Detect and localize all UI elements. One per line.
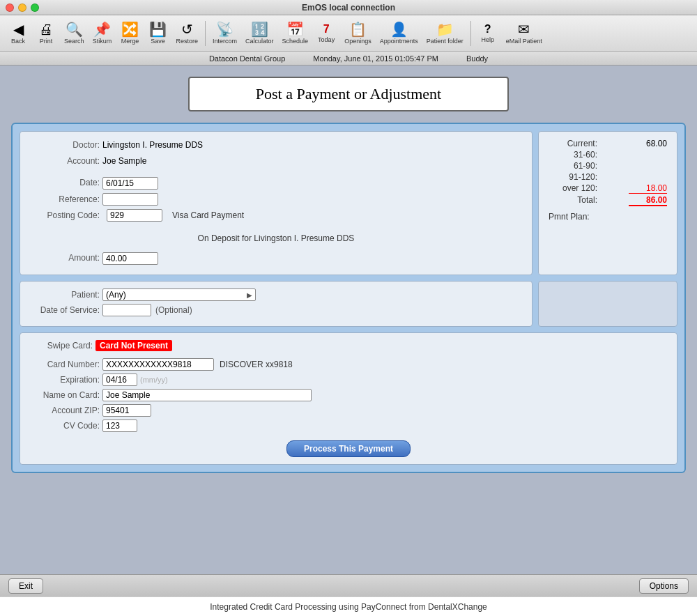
range2-label: 61-90: <box>549 161 597 171</box>
appointments-label: Appointments <box>380 38 418 45</box>
toolbar-restore[interactable]: ↺ Restore <box>174 21 201 46</box>
reference-row: Reference: <box>30 193 522 206</box>
empty-panel <box>538 281 677 327</box>
posting-code-desc: Visa Card Payment <box>172 209 244 222</box>
minimize-button[interactable] <box>18 3 26 12</box>
total-label: Total: <box>549 195 597 206</box>
bottom-bar: Exit Options <box>0 574 697 596</box>
amount-label: Amount: <box>30 252 100 265</box>
merge-label: Merge <box>121 38 139 45</box>
search-icon: 🔍 <box>66 22 83 36</box>
toolbar-patient-folder[interactable]: 📁 Patient folder <box>424 21 466 46</box>
exit-button[interactable]: Exit <box>8 578 43 594</box>
print-label: Print <box>40 38 53 45</box>
over120-label: over 120: <box>549 183 597 194</box>
cv-label: CV Code: <box>30 421 100 431</box>
toolbar-separator <box>205 21 206 46</box>
toolbar-openings[interactable]: 📋 Openings <box>342 21 374 46</box>
toolbar-stikum[interactable]: 📌 Stikum <box>90 21 115 46</box>
maximize-button[interactable] <box>31 3 39 12</box>
account-label: Account: <box>30 155 100 168</box>
name-row: Name on Card: <box>30 389 667 401</box>
datetime: Monday, June 01, 2015 01:05:47 PM <box>313 54 438 63</box>
process-payment-button[interactable]: Process This Payment <box>286 440 411 457</box>
zip-input[interactable] <box>102 404 151 417</box>
total-value: 86.00 <box>629 195 667 206</box>
options-button[interactable]: Options <box>639 578 689 594</box>
toolbar-back[interactable]: ◀ Back <box>6 21 31 46</box>
today-icon: 7 <box>323 24 330 35</box>
range2-row: 61-90: <box>549 161 667 171</box>
toolbar-calculator[interactable]: 🔢 Calculator <box>243 21 277 46</box>
toolbar: ◀ Back 🖨 Print 🔍 Search 📌 Stikum 🔀 Merge… <box>0 15 697 52</box>
schedule-icon: 📅 <box>286 22 304 36</box>
name-input[interactable] <box>102 389 312 401</box>
cv-input[interactable] <box>102 419 137 432</box>
amount-input[interactable] <box>102 252 158 265</box>
print-icon: 🖨 <box>39 22 53 36</box>
blue-container: Doctor: Livingston I. Presume DDS Accoun… <box>11 123 686 473</box>
close-button[interactable] <box>6 3 14 12</box>
doctor-label: Doctor: <box>30 139 100 152</box>
posting-code-row: Posting Code: Visa Card Payment <box>30 209 522 222</box>
save-icon: 💾 <box>149 22 167 36</box>
date-input[interactable] <box>102 177 158 190</box>
swipe-row: Swipe Card: Card Not Present <box>30 340 667 351</box>
calculator-label: Calculator <box>245 38 274 45</box>
dos-optional: (Optional) <box>155 305 192 315</box>
practice-name: Datacon Dental Group <box>209 54 285 63</box>
range1-row: 31-60: <box>549 150 667 160</box>
range3-row: 91-120: <box>549 172 667 182</box>
current-label: Current: <box>549 139 597 148</box>
doctor-row: Doctor: Livingston I. Presume DDS <box>30 139 522 152</box>
appointments-icon: 👤 <box>390 22 408 36</box>
toolbar-merge[interactable]: 🔀 Merge <box>118 21 143 46</box>
posting-code-input[interactable] <box>107 209 162 222</box>
patient-label: Patient: <box>30 290 100 300</box>
range2-value <box>629 161 667 171</box>
toolbar-separator-2 <box>470 21 471 46</box>
balance-panel: Current: 68.00 31-60: 61-90: 91-120: ove… <box>538 131 677 275</box>
back-label: Back <box>11 38 25 45</box>
range1-value <box>629 150 667 160</box>
footer-text: Integrated Credit Card Processing using … <box>210 602 487 612</box>
toolbar-today[interactable]: 7 Today <box>314 22 339 45</box>
toolbar-intercom[interactable]: 📡 Intercom <box>210 21 240 46</box>
zip-label: Account ZIP: <box>30 406 100 415</box>
reference-input[interactable] <box>102 193 158 206</box>
card-number-input[interactable] <box>102 358 214 371</box>
over120-row: over 120: 18.00 <box>549 183 667 194</box>
swipe-card-panel: Swipe Card: Card Not Present Card Number… <box>20 332 677 465</box>
toolbar-email[interactable]: ✉ eMail Patient <box>503 21 545 46</box>
toolbar-save[interactable]: 💾 Save <box>146 21 171 46</box>
expiration-row: Expiration: (mm/yy) <box>30 374 667 386</box>
patient-folder-icon: 📁 <box>436 22 454 36</box>
stikum-icon: 📌 <box>93 22 111 36</box>
toolbar-appointments[interactable]: 👤 Appointments <box>377 21 421 46</box>
page-title: Post a Payment or Adjustment <box>256 85 441 102</box>
main-content: Post a Payment or Adjustment Doctor: Liv… <box>0 66 697 574</box>
patient-select[interactable]: (Any) ▶ <box>102 288 256 301</box>
toolbar-search[interactable]: 🔍 Search <box>61 21 87 46</box>
range1-label: 31-60: <box>549 150 597 160</box>
toolbar-help[interactable]: ? Help <box>475 22 500 45</box>
expiration-input[interactable] <box>102 374 137 386</box>
dos-input[interactable] <box>102 304 151 316</box>
page-title-box: Post a Payment or Adjustment <box>188 77 509 111</box>
back-icon: ◀ <box>13 22 24 36</box>
range3-label: 91-120: <box>549 172 597 182</box>
amount-row: Amount: <box>30 252 522 265</box>
posting-code-label: Posting Code: <box>30 209 100 222</box>
patient-panel: Patient: (Any) ▶ Date of Service: (Optio… <box>20 281 533 327</box>
dropdown-arrow-icon: ▶ <box>247 291 252 299</box>
zip-row: Account ZIP: <box>30 404 667 417</box>
swipe-label: Swipe Card: <box>30 341 93 351</box>
toolbar-print[interactable]: 🖨 Print <box>33 21 59 46</box>
toolbar-schedule[interactable]: 📅 Schedule <box>279 21 312 46</box>
current-value: 68.00 <box>629 139 667 148</box>
help-label: Help <box>481 36 494 43</box>
date-label: Date: <box>30 176 100 190</box>
card-status-badge: Card Not Present <box>95 340 172 351</box>
restore-icon: ↺ <box>181 22 193 36</box>
expiration-hint: (mm/yy) <box>140 376 168 384</box>
